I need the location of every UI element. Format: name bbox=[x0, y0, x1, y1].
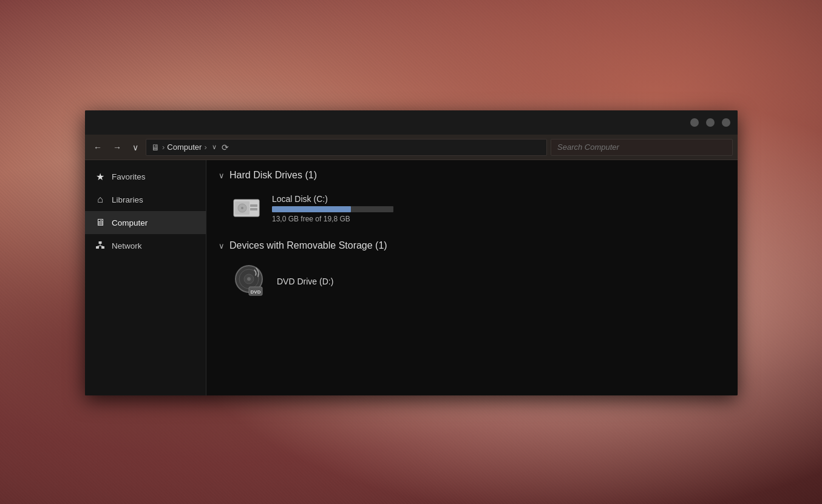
removable-section-header: ∨ Devices with Removable Storage (1) bbox=[219, 240, 725, 251]
local-disk-item[interactable]: Local Disk (C:) 13,0 GB free of 19,8 GB bbox=[219, 189, 725, 228]
local-disk-space: 13,0 GB free of 19,8 GB bbox=[272, 215, 393, 223]
svg-rect-10 bbox=[250, 204, 257, 207]
disk-usage-bar-fill bbox=[272, 206, 351, 212]
hdd-icon bbox=[231, 193, 262, 224]
sidebar: ★ Favorites ⌂ Libraries 🖥 Computer bbox=[85, 160, 206, 395]
path-dropdown-button[interactable]: ∨ bbox=[212, 143, 217, 151]
svg-point-15 bbox=[247, 277, 251, 281]
address-bar: ← → ∨ 🖥 › Computer › ∨ ⟳ bbox=[85, 135, 738, 160]
svg-rect-11 bbox=[250, 208, 257, 210]
hard-disk-drives-section: ∨ Hard Disk Drives (1) bbox=[219, 170, 725, 228]
sidebar-libraries-label: Libraries bbox=[112, 195, 143, 204]
local-disk-info: Local Disk (C:) 13,0 GB free of 19,8 GB bbox=[272, 194, 393, 223]
dvd-icon: DVD bbox=[231, 263, 267, 300]
dvd-drive-info: DVD Drive (D:) bbox=[277, 277, 333, 286]
dvd-drive-item[interactable]: DVD DVD Drive (D:) bbox=[219, 260, 725, 303]
hard-disk-title: Hard Disk Drives (1) bbox=[229, 170, 317, 181]
sidebar-network-label: Network bbox=[112, 241, 142, 250]
sidebar-computer-label: Computer bbox=[112, 218, 148, 227]
close-button[interactable] bbox=[722, 118, 730, 127]
file-explorer-window: ← → ∨ 🖥 › Computer › ∨ ⟳ ★ Favorites ⌂ L… bbox=[85, 110, 738, 395]
sidebar-item-computer[interactable]: 🖥 Computer bbox=[85, 211, 206, 234]
sidebar-item-network[interactable]: Network bbox=[85, 234, 206, 257]
title-bar bbox=[85, 110, 738, 135]
computer-nav-icon: 🖥 bbox=[95, 217, 106, 228]
svg-point-9 bbox=[241, 207, 243, 209]
sidebar-item-favorites[interactable]: ★ Favorites bbox=[85, 165, 206, 188]
forward-button[interactable]: → bbox=[109, 140, 125, 155]
sidebar-favorites-label: Favorites bbox=[112, 172, 146, 181]
removable-title: Devices with Removable Storage (1) bbox=[229, 240, 387, 251]
svg-text:DVD: DVD bbox=[251, 289, 261, 295]
separator-2: › bbox=[204, 143, 206, 152]
dvd-drive-name: DVD Drive (D:) bbox=[277, 277, 333, 286]
removable-storage-section: ∨ Devices with Removable Storage (1) bbox=[219, 240, 725, 303]
svg-rect-2 bbox=[101, 246, 104, 249]
computer-icon: 🖥 bbox=[151, 143, 160, 152]
svg-line-4 bbox=[98, 246, 101, 246]
refresh-button[interactable]: ⟳ bbox=[222, 143, 229, 152]
svg-rect-0 bbox=[96, 246, 99, 249]
search-input[interactable] bbox=[551, 139, 733, 156]
content-area: ★ Favorites ⌂ Libraries 🖥 Computer bbox=[85, 160, 738, 395]
dropdown-button[interactable]: ∨ bbox=[129, 140, 142, 155]
network-icon bbox=[95, 240, 106, 251]
maximize-button[interactable] bbox=[706, 118, 715, 127]
hard-disk-chevron[interactable]: ∨ bbox=[219, 171, 225, 180]
disk-usage-bar-bg bbox=[272, 206, 393, 212]
main-panel: ∨ Hard Disk Drives (1) bbox=[206, 160, 738, 395]
back-button[interactable]: ← bbox=[90, 140, 106, 155]
svg-line-5 bbox=[100, 246, 103, 246]
sidebar-item-libraries[interactable]: ⌂ Libraries bbox=[85, 188, 206, 211]
separator-1: › bbox=[162, 143, 165, 152]
local-disk-name: Local Disk (C:) bbox=[272, 194, 393, 204]
address-path[interactable]: 🖥 › Computer › ∨ ⟳ bbox=[146, 139, 547, 156]
libraries-icon: ⌂ bbox=[95, 194, 106, 205]
minimize-button[interactable] bbox=[690, 118, 699, 127]
svg-rect-1 bbox=[99, 241, 102, 244]
favorites-icon: ★ bbox=[95, 171, 106, 182]
removable-chevron[interactable]: ∨ bbox=[219, 241, 225, 250]
hard-disk-section-header: ∨ Hard Disk Drives (1) bbox=[219, 170, 725, 181]
path-computer-label: Computer bbox=[167, 143, 202, 152]
